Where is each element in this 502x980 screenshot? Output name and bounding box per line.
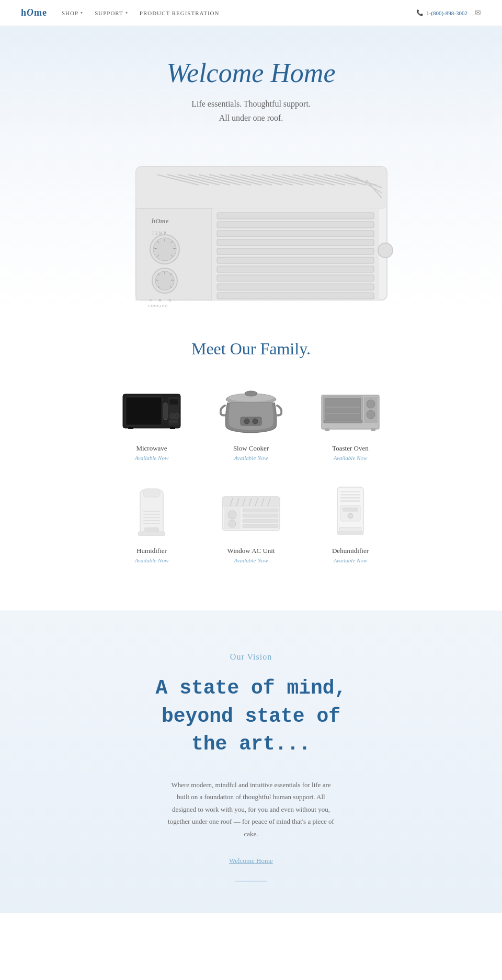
svg-rect-92 [143, 517, 160, 518]
svg-rect-62 [127, 398, 161, 424]
svg-rect-111 [243, 519, 278, 523]
svg-point-67 [174, 413, 179, 419]
phone-icon: 📞 [416, 9, 424, 16]
svg-rect-96 [138, 532, 165, 536]
slow-cooker-icon [220, 385, 282, 437]
vision-title: A state of mind, beyond state of the art… [21, 674, 481, 758]
svg-rect-69 [128, 427, 133, 429]
product-window-ac[interactable]: Window AC Unit Available Now [217, 487, 285, 563]
svg-rect-86 [325, 428, 329, 431]
svg-point-84 [367, 400, 375, 408]
hero-section: Welcome Home Life essentials. Thoughtful… [0, 26, 502, 308]
nav-support[interactable]: SUPPORT ▾ [95, 10, 128, 16]
svg-point-108 [229, 520, 236, 527]
svg-rect-55 [217, 266, 374, 272]
humidifier-name: Humidifier [118, 547, 186, 555]
svg-rect-1 [136, 167, 387, 209]
toaster-oven-icon [319, 387, 382, 434]
nav-product-registration[interactable]: PRODUCT REGISTRATION [140, 10, 220, 16]
svg-point-120 [348, 513, 353, 518]
nav-right: 📞 1-(800)-898-3002 ✉ [416, 8, 481, 17]
product-microwave[interactable]: Microwave Available Now [118, 385, 186, 461]
svg-rect-70 [170, 427, 175, 429]
nav-links: SHOP ▾ SUPPORT ▾ PRODUCT REGISTRATION [62, 10, 220, 16]
svg-rect-94 [143, 523, 160, 524]
vision-title-line1: A state of mind, [156, 677, 347, 699]
products-row-1: Microwave Available Now [21, 385, 481, 461]
toaster-oven-name: Toaster Oven [316, 444, 384, 453]
svg-rect-53 [217, 248, 374, 255]
product-toaster-oven[interactable]: Toaster Oven Available Now [316, 385, 384, 461]
nav-shop[interactable]: SHOP ▾ [62, 10, 83, 16]
nav-product-registration-label: PRODUCT REGISTRATION [140, 10, 220, 16]
product-dehumidifier[interactable]: Dehumidifier Available Now [316, 487, 384, 563]
dehumidifier-icon [332, 485, 369, 542]
svg-rect-57 [217, 284, 374, 290]
hero-subtitle-line2: All under one roof. [219, 113, 283, 122]
hero-image: hOme TEMP [21, 146, 481, 308]
slow-cooker-name: Slow Cooker [217, 444, 285, 453]
section-divider [235, 881, 267, 882]
microwave-image [118, 385, 186, 437]
svg-point-59 [378, 243, 393, 258]
svg-rect-87 [371, 428, 375, 431]
svg-rect-115 [340, 494, 360, 495]
meet-family-title: Meet Our Family. [21, 339, 481, 359]
svg-rect-51 [217, 230, 374, 237]
svg-point-85 [367, 410, 375, 419]
svg-rect-50 [217, 222, 374, 228]
svg-text:≋: ≋ [168, 298, 172, 303]
svg-rect-52 [217, 239, 374, 246]
humidifier-image [118, 487, 186, 539]
microwave-icon [120, 390, 183, 432]
svg-rect-110 [243, 514, 278, 517]
nav-support-label: SUPPORT [95, 10, 123, 16]
svg-rect-119 [343, 508, 358, 512]
product-slow-cooker[interactable]: Slow Cooker Available Now [217, 385, 285, 461]
slow-cooker-status: Available Now [217, 455, 285, 461]
vision-cta-link[interactable]: Welcome Home [229, 857, 273, 864]
slow-cooker-image [217, 385, 285, 437]
window-ac-name: Window AC Unit [217, 547, 285, 555]
svg-rect-63 [164, 403, 167, 420]
nav-left: hOme SHOP ▾ SUPPORT ▾ PRODUCT REGISTRATI… [21, 7, 220, 18]
dehumidifier-status: Available Now [316, 557, 384, 563]
svg-rect-114 [340, 491, 360, 492]
toaster-oven-status: Available Now [316, 455, 384, 461]
nav-shop-label: SHOP [62, 10, 78, 16]
navbar: hOme SHOP ▾ SUPPORT ▾ PRODUCT REGISTRATI… [0, 0, 502, 26]
svg-rect-91 [143, 514, 160, 515]
hero-subtitle: Life essentials. Thoughtful support. All… [21, 97, 481, 125]
site-logo[interactable]: hOme [21, 7, 47, 18]
product-humidifier[interactable]: Humidifier Available Now [118, 487, 186, 563]
svg-rect-58 [217, 293, 374, 299]
svg-text:hOme: hOme [152, 217, 169, 225]
svg-text:❄: ❄ [158, 298, 162, 303]
products-row-2: Humidifier Available Now [21, 487, 481, 563]
vision-title-line3: the art... [191, 733, 311, 755]
window-ac-image [217, 487, 285, 539]
hero-subtitle-line1: Life essentials. Thoughtful support. [191, 99, 311, 108]
window-ac-status: Available Now [217, 557, 285, 563]
email-icon[interactable]: ✉ [475, 8, 481, 17]
meet-family-section: Meet Our Family. [0, 308, 502, 610]
svg-rect-74 [241, 417, 261, 425]
svg-point-107 [228, 511, 236, 519]
svg-rect-112 [243, 524, 278, 528]
vision-label: Our Vision [21, 652, 481, 662]
svg-rect-117 [340, 500, 360, 502]
hero-title: Welcome Home [21, 57, 481, 88]
vision-section: Our Vision A state of mind, beyond state… [0, 610, 502, 913]
svg-rect-49 [217, 213, 374, 219]
phone-text: 1-(800)-898-3002 [426, 10, 467, 16]
phone-number[interactable]: 📞 1-(800)-898-3002 [416, 9, 467, 16]
microwave-name: Microwave [118, 444, 186, 453]
svg-point-75 [244, 419, 249, 424]
vision-body: Where modern, mindful and intuitive esse… [167, 779, 335, 840]
svg-rect-109 [243, 509, 278, 512]
svg-point-73 [245, 391, 257, 396]
dehumidifier-image [316, 487, 384, 539]
dehumidifier-name: Dehumidifier [316, 547, 384, 555]
svg-rect-93 [143, 520, 160, 521]
svg-rect-98 [222, 497, 280, 507]
